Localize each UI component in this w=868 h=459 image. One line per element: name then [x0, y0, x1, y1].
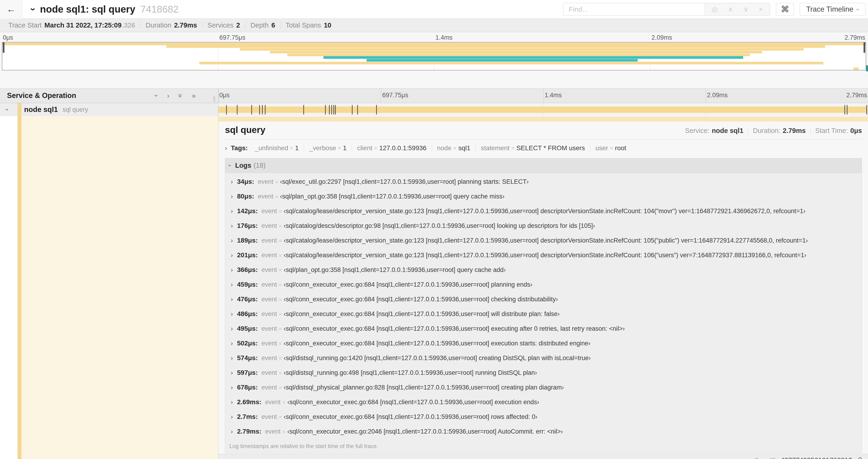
collapse-all-icon[interactable]: »: [177, 94, 184, 98]
chevron-right-icon: ›: [231, 178, 233, 185]
log-entry-row[interactable]: ›176μs:event=‹sql/catalog/descs/descript…: [226, 220, 862, 235]
collapse-children-chevron-icon[interactable]: ›: [3, 108, 11, 110]
log-marker-tick[interactable]: [265, 105, 266, 114]
minimap-span-row: [2, 54, 866, 56]
log-marker-tick[interactable]: [251, 105, 252, 114]
selected-span-highlight: [22, 116, 218, 459]
logs-header[interactable]: › Logs (18): [225, 158, 862, 173]
depth-value: 6: [271, 22, 275, 29]
keyboard-shortcuts-button[interactable]: ⌘: [776, 3, 794, 16]
log-entry-row[interactable]: ›597μs:event=‹sql/distsql_running.go:498…: [226, 367, 862, 382]
prev-result-icon[interactable]: ∧: [728, 6, 733, 13]
log-marker-tick[interactable]: [352, 105, 352, 114]
log-timestamp: 142μs:: [237, 207, 258, 215]
chevron-right-icon: ›: [231, 384, 233, 391]
log-entry-row[interactable]: ›502μs:event=‹sql/conn_executor_exec.go:…: [226, 338, 862, 352]
minimap-canvas[interactable]: [2, 42, 866, 70]
trace-view-label: Trace Timeline: [806, 5, 853, 13]
log-entry-row[interactable]: ›2.69ms:event=‹sql/conn_executor_exec.go…: [226, 396, 862, 411]
log-entry-row[interactable]: ›486μs:event=‹sql/conn_executor_exec.go:…: [226, 308, 862, 323]
trace-view-selector[interactable]: Trace Timeline ›: [800, 3, 866, 16]
log-marker-tick[interactable]: [866, 105, 867, 114]
tags-toggle-row[interactable]: › Tags: _unfinished=1_verbose=1client=12…: [225, 144, 862, 152]
log-value: ‹sql/conn_executor_exec.go:2046 [nsql1,c…: [287, 428, 563, 435]
log-entry-row[interactable]: ›189μs:event=‹sql/catalog/lease/descript…: [226, 235, 862, 250]
timeline-grid-header: Service & Operation › › » » ∥ 0μs697.75μ…: [0, 88, 868, 103]
log-entry-row[interactable]: ›2.7ms:event=‹sql/conn_executor_exec.go:…: [226, 411, 862, 426]
span-name-cell[interactable]: › node sql1 sql query: [0, 103, 218, 116]
tag-value: SELECT * FROM users: [516, 144, 585, 152]
log-marker-tick[interactable]: [335, 105, 336, 114]
expand-one-icon[interactable]: ›: [167, 92, 169, 99]
tag-value: 127.0.0.1:59936: [379, 144, 426, 152]
chevron-right-icon: ›: [231, 399, 233, 405]
log-entry-row[interactable]: ›476μs:event=‹sql/conn_executor_exec.go:…: [226, 294, 862, 308]
detail-left-column: [0, 116, 218, 459]
log-marker-tick[interactable]: [226, 105, 227, 114]
log-field-name: event: [261, 237, 277, 244]
span-operation-name: sql query: [63, 106, 88, 113]
log-marker-tick[interactable]: [357, 105, 358, 114]
minimap-left-drag-handle[interactable]: [3, 42, 4, 53]
chevron-right-icon: ›: [231, 340, 233, 347]
top-bar-actions: ◎ ∧ ∨ × ⌘ Trace Timeline ›: [563, 3, 866, 16]
log-timestamp: 2.7ms:: [237, 413, 258, 420]
timeline-axis: 0μs697.75μs1.4ms2.09ms2.79ms: [218, 88, 868, 103]
collapse-one-icon[interactable]: ›: [153, 94, 160, 97]
trace-depth: Depth 6: [245, 22, 281, 29]
next-result-icon[interactable]: ∨: [743, 6, 748, 13]
log-entry-row[interactable]: ›574μs:event=‹sql/distsql_running.go:142…: [226, 352, 862, 367]
log-value: ‹sql/conn_executor_exec.go:684 [nsql1,cl…: [287, 399, 539, 405]
chevron-right-icon: ›: [231, 193, 233, 200]
log-entry-row[interactable]: ›201μs:event=‹sql/catalog/lease/descript…: [226, 250, 862, 264]
log-marker-tick[interactable]: [303, 105, 304, 114]
log-marker-tick[interactable]: [325, 105, 326, 114]
minimap-tick-label: 0μs: [3, 34, 13, 41]
span-color-stripe: [18, 116, 22, 459]
timeline-tick-label: 1.4ms: [543, 92, 562, 99]
timeline-axis-line: [218, 88, 219, 103]
column-resizer-grip[interactable]: ∥: [213, 95, 216, 102]
trace-start: Trace Start March 31 2022, 17:25:09.326: [3, 22, 141, 29]
tag-item: statement=SELECT * FROM users: [475, 144, 590, 152]
expand-all-icon[interactable]: »: [192, 92, 196, 99]
log-entry-row[interactable]: ›34μs:event=‹sql/exec_util.go:2297 [nsql…: [226, 176, 862, 191]
equals-sign: =: [282, 429, 285, 435]
log-marker-tick[interactable]: [237, 105, 238, 114]
minimap-tick-label: 2.79ms: [844, 34, 865, 41]
log-value: ‹sql/plan_opt.go:358 [nsql1,client=127.0…: [284, 266, 506, 273]
log-entry-row[interactable]: ›80μs:event=‹sql/plan_opt.go:358 [nsql1,…: [226, 191, 862, 205]
log-marker-tick[interactable]: [331, 105, 332, 114]
equals-sign: =: [279, 238, 282, 244]
log-marker-tick[interactable]: [376, 105, 377, 114]
link-icon[interactable]: [855, 456, 863, 459]
log-entry-row[interactable]: ›142μs:event=‹sql/catalog/lease/descript…: [226, 205, 862, 220]
back-button[interactable]: ←: [0, 0, 22, 19]
log-marker-tick[interactable]: [847, 105, 847, 114]
log-marker-tick[interactable]: [329, 105, 330, 114]
duration-label: Duration: [146, 22, 171, 29]
log-marker-tick[interactable]: [844, 105, 845, 114]
log-value: ‹sql/conn_executor_exec.go:684 [nsql1,cl…: [284, 310, 560, 318]
log-entry-row[interactable]: ›495μs:event=‹sql/conn_executor_exec.go:…: [226, 323, 862, 338]
log-marker-tick[interactable]: [259, 105, 260, 114]
log-marker-tick[interactable]: [334, 105, 334, 114]
log-marker-tick[interactable]: [262, 105, 263, 114]
collapse-trace-chevron-icon[interactable]: ›: [29, 8, 38, 11]
clear-find-icon[interactable]: ×: [759, 6, 763, 13]
log-entry-row[interactable]: ›366μs:event=‹sql/plan_opt.go:358 [nsql1…: [226, 264, 862, 279]
total-spans-label: Total Spans: [286, 22, 321, 29]
log-entry-row[interactable]: ›459μs:event=‹sql/conn_executor_exec.go:…: [226, 279, 862, 294]
log-field-name: event: [261, 310, 277, 318]
chevron-right-icon: ›: [231, 281, 233, 288]
span-id-bar: SpanID: 4877749850101760812: [218, 454, 868, 459]
find-input[interactable]: [563, 3, 704, 15]
log-field-name: event: [261, 222, 277, 229]
minimap-right-drag-handle[interactable]: [864, 42, 865, 53]
log-entry-row[interactable]: ›678μs:event=‹sql/distsql_physical_plann…: [226, 382, 862, 396]
minimap-span-bar: [240, 48, 804, 51]
tag-key: node: [437, 144, 452, 152]
span-duration-bar[interactable]: [218, 107, 868, 113]
locate-icon[interactable]: ◎: [712, 6, 718, 13]
log-entry-row[interactable]: ›2.79ms:event=‹sql/conn_executor_exec.go…: [226, 426, 862, 440]
